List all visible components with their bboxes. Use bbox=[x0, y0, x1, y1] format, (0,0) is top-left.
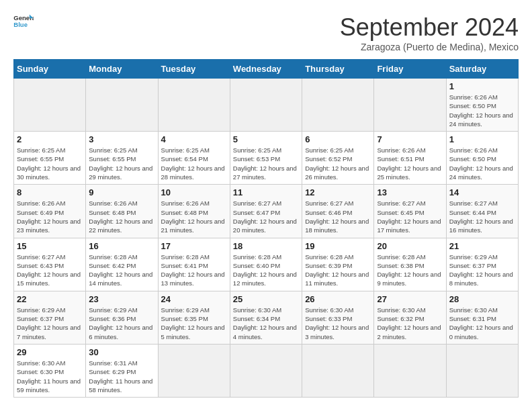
day-number: 9 bbox=[89, 187, 154, 197]
day-content: Sunrise: 6:28 AMSunset: 6:41 PMDaylight:… bbox=[161, 253, 227, 288]
day-content: Sunrise: 6:29 AMSunset: 6:37 PMDaylight:… bbox=[17, 306, 83, 341]
calendar-cell: 1Sunrise: 6:26 AMSunset: 6:50 PMDaylight… bbox=[446, 132, 518, 185]
day-content: Sunrise: 6:25 AMSunset: 6:55 PMDaylight:… bbox=[17, 146, 83, 181]
day-header-tuesday: Tuesday bbox=[158, 60, 230, 79]
day-content: Sunrise: 6:30 AMSunset: 6:30 PMDaylight:… bbox=[17, 359, 83, 394]
logo: General Blue bbox=[13, 13, 34, 28]
day-number: 12 bbox=[305, 187, 371, 197]
calendar-cell bbox=[302, 344, 374, 397]
svg-text:Blue: Blue bbox=[13, 21, 28, 28]
day-content: Sunrise: 6:29 AMSunset: 6:36 PMDaylight:… bbox=[89, 306, 154, 341]
calendar-cell: 10Sunrise: 6:26 AMSunset: 6:48 PMDayligh… bbox=[158, 185, 230, 238]
calendar-cell: 5Sunrise: 6:25 AMSunset: 6:53 PMDaylight… bbox=[230, 132, 302, 185]
day-content: Sunrise: 6:27 AMSunset: 6:46 PMDaylight:… bbox=[305, 199, 371, 234]
day-content: Sunrise: 6:28 AMSunset: 6:40 PMDaylight:… bbox=[233, 253, 299, 288]
day-content: Sunrise: 6:25 AMSunset: 6:53 PMDaylight:… bbox=[233, 146, 299, 181]
calendar-cell: 28Sunrise: 6:30 AMSunset: 6:31 PMDayligh… bbox=[446, 291, 518, 344]
month-title: September 2024 bbox=[340, 13, 519, 42]
calendar-cell: 16Sunrise: 6:28 AMSunset: 6:42 PMDayligh… bbox=[86, 238, 158, 291]
day-header-saturday: Saturday bbox=[446, 60, 518, 79]
day-number: 28 bbox=[449, 294, 515, 304]
day-number: 17 bbox=[161, 241, 227, 251]
day-number: 26 bbox=[305, 294, 371, 304]
calendar-cell: 24Sunrise: 6:29 AMSunset: 6:35 PMDayligh… bbox=[158, 291, 230, 344]
calendar-cell: 2Sunrise: 6:25 AMSunset: 6:55 PMDaylight… bbox=[14, 132, 86, 185]
day-content: Sunrise: 6:25 AMSunset: 6:52 PMDaylight:… bbox=[305, 146, 371, 181]
calendar-cell: 12Sunrise: 6:27 AMSunset: 6:46 PMDayligh… bbox=[302, 185, 374, 238]
day-number: 13 bbox=[377, 187, 443, 197]
calendar-cell bbox=[374, 79, 446, 132]
calendar-week-3: 8Sunrise: 6:26 AMSunset: 6:49 PMDaylight… bbox=[14, 185, 519, 238]
day-content: Sunrise: 6:29 AMSunset: 6:37 PMDaylight:… bbox=[449, 253, 515, 288]
calendar-cell: 20Sunrise: 6:28 AMSunset: 6:38 PMDayligh… bbox=[374, 238, 446, 291]
calendar-cell: 27Sunrise: 6:30 AMSunset: 6:32 PMDayligh… bbox=[374, 291, 446, 344]
calendar-cell: 3Sunrise: 6:25 AMSunset: 6:55 PMDaylight… bbox=[86, 132, 158, 185]
day-number: 19 bbox=[305, 241, 371, 251]
day-content: Sunrise: 6:27 AMSunset: 6:45 PMDaylight:… bbox=[377, 199, 443, 234]
calendar-cell: 23Sunrise: 6:29 AMSunset: 6:36 PMDayligh… bbox=[86, 291, 158, 344]
calendar-cell: 18Sunrise: 6:28 AMSunset: 6:40 PMDayligh… bbox=[230, 238, 302, 291]
calendar-cell bbox=[158, 344, 230, 397]
title-section: September 2024 Zaragoza (Puerto de Medin… bbox=[340, 13, 519, 52]
calendar-cell: 6Sunrise: 6:25 AMSunset: 6:52 PMDaylight… bbox=[302, 132, 374, 185]
calendar-cell: 30Sunrise: 6:31 AMSunset: 6:29 PMDayligh… bbox=[86, 344, 158, 397]
day-header-friday: Friday bbox=[374, 60, 446, 79]
calendar-cell: 13Sunrise: 6:27 AMSunset: 6:45 PMDayligh… bbox=[374, 185, 446, 238]
day-content: Sunrise: 6:25 AMSunset: 6:54 PMDaylight:… bbox=[161, 146, 227, 181]
day-number: 7 bbox=[377, 134, 443, 144]
day-content: Sunrise: 6:30 AMSunset: 6:32 PMDaylight:… bbox=[377, 306, 443, 341]
day-content: Sunrise: 6:26 AMSunset: 6:48 PMDaylight:… bbox=[161, 199, 227, 234]
calendar-week-6: 29Sunrise: 6:30 AMSunset: 6:30 PMDayligh… bbox=[14, 344, 519, 397]
day-content: Sunrise: 6:26 AMSunset: 6:50 PMDaylight:… bbox=[449, 146, 515, 181]
day-content: Sunrise: 6:30 AMSunset: 6:31 PMDaylight:… bbox=[449, 306, 515, 341]
day-number: 6 bbox=[305, 134, 371, 144]
day-content: Sunrise: 6:31 AMSunset: 6:29 PMDaylight:… bbox=[89, 359, 154, 394]
day-content: Sunrise: 6:29 AMSunset: 6:35 PMDaylight:… bbox=[161, 306, 227, 341]
calendar-week-2: 2Sunrise: 6:25 AMSunset: 6:55 PMDaylight… bbox=[14, 132, 519, 185]
calendar-cell bbox=[158, 79, 230, 132]
day-content: Sunrise: 6:30 AMSunset: 6:33 PMDaylight:… bbox=[305, 306, 371, 341]
calendar-cell: 21Sunrise: 6:29 AMSunset: 6:37 PMDayligh… bbox=[446, 238, 518, 291]
day-number: 23 bbox=[89, 294, 154, 304]
day-number: 16 bbox=[89, 241, 154, 251]
day-number: 14 bbox=[449, 187, 515, 197]
day-content: Sunrise: 6:28 AMSunset: 6:38 PMDaylight:… bbox=[377, 253, 443, 288]
calendar-cell: 26Sunrise: 6:30 AMSunset: 6:33 PMDayligh… bbox=[302, 291, 374, 344]
day-number: 1 bbox=[449, 134, 515, 144]
calendar-cell bbox=[302, 79, 374, 132]
calendar-cell bbox=[374, 344, 446, 397]
day-number: 30 bbox=[89, 347, 154, 357]
day-number: 22 bbox=[17, 294, 83, 304]
day-number: 8 bbox=[17, 187, 83, 197]
day-header-wednesday: Wednesday bbox=[230, 60, 302, 79]
calendar-cell bbox=[230, 344, 302, 397]
page-header: General Blue September 2024 Zaragoza (Pu… bbox=[13, 13, 519, 52]
calendar-cell: 25Sunrise: 6:30 AMSunset: 6:34 PMDayligh… bbox=[230, 291, 302, 344]
day-number: 3 bbox=[89, 134, 154, 144]
calendar-cell: 17Sunrise: 6:28 AMSunset: 6:41 PMDayligh… bbox=[158, 238, 230, 291]
calendar-cell: 29Sunrise: 6:30 AMSunset: 6:30 PMDayligh… bbox=[14, 344, 86, 397]
day-number: 4 bbox=[161, 134, 227, 144]
day-content: Sunrise: 6:26 AMSunset: 6:50 PMDaylight:… bbox=[449, 93, 515, 128]
calendar-cell bbox=[14, 79, 86, 132]
location-subtitle: Zaragoza (Puerto de Medina), Mexico bbox=[340, 42, 519, 52]
calendar-cell: 19Sunrise: 6:28 AMSunset: 6:39 PMDayligh… bbox=[302, 238, 374, 291]
calendar-cell: 22Sunrise: 6:29 AMSunset: 6:37 PMDayligh… bbox=[14, 291, 86, 344]
day-content: Sunrise: 6:28 AMSunset: 6:42 PMDaylight:… bbox=[89, 253, 154, 288]
calendar-cell: 7Sunrise: 6:26 AMSunset: 6:51 PMDaylight… bbox=[374, 132, 446, 185]
calendar-cell: 15Sunrise: 6:27 AMSunset: 6:43 PMDayligh… bbox=[14, 238, 86, 291]
day-number: 11 bbox=[233, 187, 299, 197]
day-content: Sunrise: 6:30 AMSunset: 6:34 PMDaylight:… bbox=[233, 306, 299, 341]
day-number: 20 bbox=[377, 241, 443, 251]
day-content: Sunrise: 6:27 AMSunset: 6:44 PMDaylight:… bbox=[449, 199, 515, 234]
day-number: 10 bbox=[161, 187, 227, 197]
day-header-sunday: Sunday bbox=[14, 60, 86, 79]
day-number: 5 bbox=[233, 134, 299, 144]
day-number: 29 bbox=[17, 347, 83, 357]
day-number: 18 bbox=[233, 241, 299, 251]
calendar-cell bbox=[86, 79, 158, 132]
calendar-cell bbox=[230, 79, 302, 132]
calendar-cell: 14Sunrise: 6:27 AMSunset: 6:44 PMDayligh… bbox=[446, 185, 518, 238]
day-number: 21 bbox=[449, 241, 515, 251]
day-content: Sunrise: 6:26 AMSunset: 6:51 PMDaylight:… bbox=[377, 146, 443, 181]
